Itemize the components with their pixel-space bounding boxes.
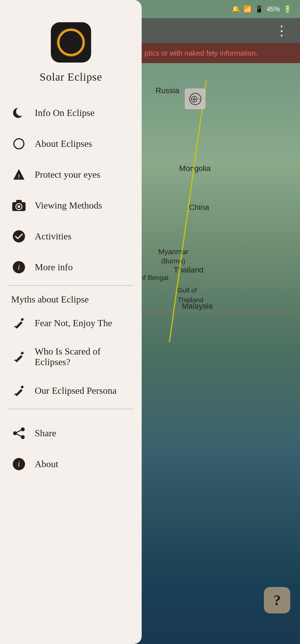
sidebar-item-label-about: About	[35, 459, 58, 469]
activities-icon	[11, 229, 26, 244]
location-button[interactable]	[185, 88, 206, 109]
svg-text:!: !	[18, 174, 20, 180]
pencil-icon-3	[11, 383, 26, 398]
sidebar-item-share[interactable]: Share	[8, 418, 133, 449]
svg-rect-21	[15, 355, 22, 363]
sidebar-item-label-about-eclipses: About Eclipses	[35, 138, 92, 149]
map-label-russia: Russia	[156, 86, 179, 95]
svg-rect-23	[20, 351, 24, 355]
share-icon	[11, 425, 26, 441]
battery-icon: 🔋	[283, 5, 292, 13]
camera-icon	[11, 198, 26, 213]
svg-rect-26	[20, 385, 24, 389]
map-label-gulf-of: Gulf of	[177, 286, 197, 294]
svg-rect-24	[15, 389, 22, 396]
signal-icon: 📱	[255, 5, 263, 13]
pencil-icon-1	[11, 315, 26, 331]
sidebar-item-activities[interactable]: Activities	[8, 221, 133, 252]
svg-rect-18	[15, 321, 22, 329]
help-button[interactable]: ?	[264, 587, 290, 613]
status-icons: 🔔 📶 📱 45% 🔋	[232, 5, 292, 13]
sidebar-item-label-activities: Activities	[35, 231, 71, 242]
map-label-china: China	[189, 203, 209, 212]
sidebar-item-info-on-eclipse[interactable]: Info On Eclipse	[8, 97, 133, 128]
bottom-menu: Share i About	[0, 418, 142, 479]
sidebar-item-label-viewing-methods: Viewing Methods	[35, 200, 102, 211]
info-circle-icon: i	[11, 259, 26, 275]
warning-triangle-icon: !	[11, 167, 26, 182]
sidebar-item-label-more-info: More info	[35, 262, 73, 273]
app-icon	[51, 22, 91, 63]
svg-text:i: i	[18, 263, 20, 271]
circle-outline-icon	[11, 136, 26, 151]
sidebar-item-label-share: Share	[35, 428, 56, 439]
map-label-thailand: Thailand	[174, 266, 203, 274]
svg-rect-20	[20, 318, 24, 321]
sidebar-item-label-fear-not: Fear Not, Enjoy The	[35, 318, 112, 328]
svg-point-5	[199, 99, 199, 99]
svg-rect-12	[16, 200, 22, 203]
sidebar-item-about-eclipses[interactable]: About Eclipses	[8, 128, 133, 159]
map-label-bengal: of Bengal	[140, 274, 168, 282]
map-label-myanmar: Myanmar	[158, 247, 188, 256]
wifi-icon: 📶	[243, 5, 252, 13]
app-header: ⋮	[139, 18, 300, 43]
sidebar-item-about[interactable]: i About	[8, 449, 133, 479]
main-menu: Info On Eclipse About Eclipses ! Protect…	[0, 97, 142, 283]
myths-section-heading: Myths about Eclipse	[0, 289, 142, 308]
sidebar-item-fear-not[interactable]: Fear Not, Enjoy The	[8, 308, 133, 338]
about-info-icon: i	[11, 456, 26, 472]
svg-point-8	[14, 139, 24, 149]
sidebar-item-scared[interactable]: Who Is Scared of Eclipses?	[8, 338, 133, 375]
warning-text-line1: ptics or with naked fety information.	[144, 48, 294, 58]
svg-line-31	[15, 433, 23, 437]
svg-point-14	[18, 205, 20, 208]
battery-text: 45%	[267, 5, 280, 13]
eclipse-logo-icon	[58, 29, 84, 56]
myths-menu: Fear Not, Enjoy The Who Is Scared of Ecl…	[0, 308, 142, 406]
question-mark-icon: ?	[274, 592, 281, 608]
map-label-malaysia: Malaysia	[182, 302, 212, 311]
warning-banner: ptics or with naked fety information.	[139, 43, 300, 63]
overflow-menu-icon[interactable]: ⋮	[275, 23, 289, 38]
sidebar-item-label-persona: Our Eclipsed Persona	[35, 385, 117, 396]
moon-icon	[11, 105, 26, 120]
sidebar-drawer: Solar Eclipse Info On Eclipse About Ecli…	[0, 0, 142, 644]
crosshair-icon	[189, 93, 201, 105]
eclipse-dashed-line	[139, 311, 300, 312]
app-icon-area: Solar Eclipse	[0, 0, 142, 97]
sidebar-item-protect-eyes[interactable]: ! Protect your eyes	[8, 159, 133, 190]
divider-1	[8, 285, 133, 286]
pencil-icon-2	[11, 349, 26, 365]
svg-text:i: i	[18, 460, 20, 468]
svg-point-15	[13, 230, 25, 242]
svg-line-30	[15, 429, 23, 433]
app-title: Solar Eclipse	[39, 70, 102, 83]
sidebar-item-label-info-on-eclipse: Info On Eclipse	[35, 108, 94, 118]
notification-icon: 🔔	[232, 5, 240, 13]
myths-section: Myths about Eclipse Fear Not, Enjoy The	[0, 289, 142, 406]
sidebar-item-viewing-methods[interactable]: Viewing Methods	[8, 190, 133, 221]
sidebar-item-more-info[interactable]: i More info	[8, 252, 133, 283]
sidebar-item-label-protect-eyes: Protect your eyes	[35, 169, 100, 180]
sidebar-item-persona[interactable]: Our Eclipsed Persona	[8, 375, 133, 406]
divider-2	[8, 409, 133, 409]
sidebar-item-label-scared: Who Is Scared of Eclipses?	[35, 346, 131, 367]
svg-point-7	[16, 107, 25, 116]
map-label-mongolia: Mongolia	[179, 164, 211, 173]
